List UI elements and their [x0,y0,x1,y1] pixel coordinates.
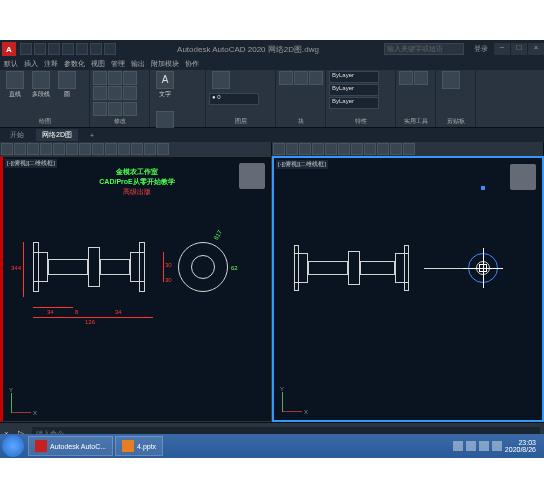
layer-dropdown[interactable]: ● 0 [209,93,259,105]
viewport-right[interactable]: [-][俯视][二维线框] X Y [272,156,544,422]
grip-handle[interactable] [481,186,485,190]
qat-new-icon[interactable] [20,43,32,55]
panel-label: 块 [279,116,322,126]
menu-insert[interactable]: 插入 [24,59,38,69]
viewport-left[interactable]: [-][俯视][二维线框] 金模农工作室 CAD/ProE从零开始教学 高级出版 [0,156,272,422]
vp-tool-icon[interactable] [105,143,117,155]
qat-save-icon[interactable] [48,43,60,55]
taskbar-clock[interactable]: 23:03 2020/8/26 [505,439,536,453]
close-button[interactable]: × [528,43,544,55]
vp-tool-icon[interactable] [14,143,26,155]
taskbar-item-autocad[interactable]: Autodesk AutoC... [28,436,113,456]
menu-output[interactable]: 输出 [131,59,145,69]
vp-tool-icon[interactable] [53,143,65,155]
vp-tool-icon[interactable] [66,143,78,155]
layer-props-button[interactable] [209,71,233,91]
menu-addins[interactable]: 附加模块 [151,59,179,69]
vp-tool-icon[interactable] [131,143,143,155]
measure-icon[interactable] [399,71,413,85]
powerpoint-icon [122,440,134,452]
vp-tool-icon[interactable] [144,143,156,155]
vp-tool-icon[interactable] [79,143,91,155]
menu-default[interactable]: 默认 [4,59,18,69]
scale-icon[interactable] [108,102,122,116]
dimension-line [33,317,153,318]
fillet-icon[interactable] [123,86,137,100]
menu-parametric[interactable]: 参数化 [64,59,85,69]
vp-tool-icon[interactable] [273,143,285,155]
vp-tool-icon[interactable] [27,143,39,155]
array-icon[interactable] [123,102,137,116]
maximize-button[interactable]: □ [511,43,527,55]
color-dropdown[interactable]: ByLayer [329,71,379,83]
panel-block: 块 [276,70,326,127]
vp-tool-icon[interactable] [403,143,415,155]
help-search-input[interactable]: 输入关键字或短语 [384,43,464,55]
viewport-label[interactable]: [-][俯视][二维线框] [276,160,328,169]
minimize-button[interactable]: − [494,43,510,55]
vp-tool-icon[interactable] [351,143,363,155]
qat-undo-icon[interactable] [90,43,102,55]
side-circle-inner [476,261,490,275]
vp-tool-icon[interactable] [118,143,130,155]
tray-icon[interactable] [453,441,463,451]
autocad-icon [35,440,47,452]
viewport-toolbar [0,142,544,156]
viewport-label[interactable]: [-][俯视][二维线框] [5,159,57,168]
stretch-icon[interactable] [93,102,107,116]
mirror-icon[interactable] [108,86,122,100]
qat-saveas-icon[interactable] [62,43,74,55]
copy-icon[interactable] [93,86,107,100]
menu-view[interactable]: 视图 [91,59,105,69]
rotate-icon[interactable] [108,71,122,85]
vp-tool-icon[interactable] [1,143,13,155]
vp-tool-icon[interactable] [338,143,350,155]
viewcube-icon[interactable] [510,164,536,190]
dimension-value: 34 [47,309,54,315]
qat-redo-icon[interactable] [104,43,116,55]
vp-tool-icon[interactable] [286,143,298,155]
qat-open-icon[interactable] [34,43,46,55]
vp-tool-icon[interactable] [92,143,104,155]
window-controls: − □ × [494,43,544,55]
vp-tool-icon[interactable] [312,143,324,155]
vp-tool-icon[interactable] [40,143,52,155]
tab-document[interactable]: 网络2D图 [36,129,78,141]
insert-block-icon[interactable] [279,71,293,85]
linetype-dropdown[interactable]: ByLayer [329,97,379,109]
qat-plot-icon[interactable] [76,43,88,55]
text-button[interactable]: A文字 [153,71,177,109]
create-block-icon[interactable] [294,71,308,85]
panel-label: 绘图 [3,116,86,126]
lineweight-dropdown[interactable]: ByLayer [329,84,379,96]
app-logo[interactable]: A [2,42,16,56]
menu-annotate[interactable]: 注释 [44,59,58,69]
circle-button[interactable]: 圆 [55,71,79,109]
vp-tool-icon[interactable] [390,143,402,155]
vp-tool-icon[interactable] [377,143,389,155]
vp-tool-icon[interactable] [325,143,337,155]
system-tray: 23:03 2020/8/26 [453,439,542,453]
user-signin[interactable]: 登录 [474,44,488,54]
line-button[interactable]: 直线 [3,71,27,109]
menu-collab[interactable]: 协作 [185,59,199,69]
tab-start[interactable]: 开始 [4,129,30,141]
network-icon[interactable] [492,441,502,451]
start-button[interactable] [2,435,24,457]
tab-new[interactable]: + [84,131,100,140]
menu-manage[interactable]: 管理 [111,59,125,69]
trim-icon[interactable] [123,71,137,85]
paste-button[interactable] [439,71,463,109]
tray-icon[interactable] [466,441,476,451]
panel-draw: 直线 多段线 圆 绘图 [0,70,90,127]
move-icon[interactable] [93,71,107,85]
vp-tool-icon[interactable] [299,143,311,155]
viewcube-icon[interactable] [239,163,265,189]
select-icon[interactable] [414,71,428,85]
vp-tool-icon[interactable] [157,143,169,155]
polyline-button[interactable]: 多段线 [29,71,53,109]
vp-tool-icon[interactable] [364,143,376,155]
edit-block-icon[interactable] [309,71,323,85]
taskbar-item-ppt[interactable]: 4.pptx [115,436,163,456]
volume-icon[interactable] [479,441,489,451]
